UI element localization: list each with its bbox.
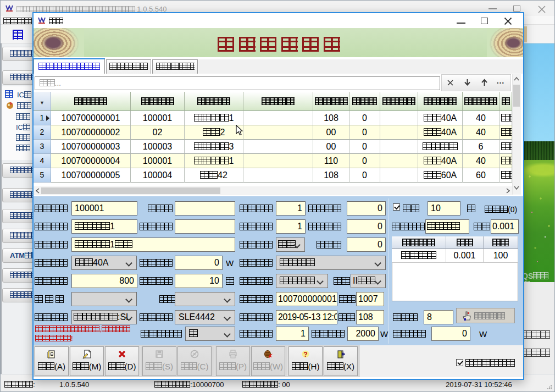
- svg-text:?: ?: [303, 351, 307, 358]
